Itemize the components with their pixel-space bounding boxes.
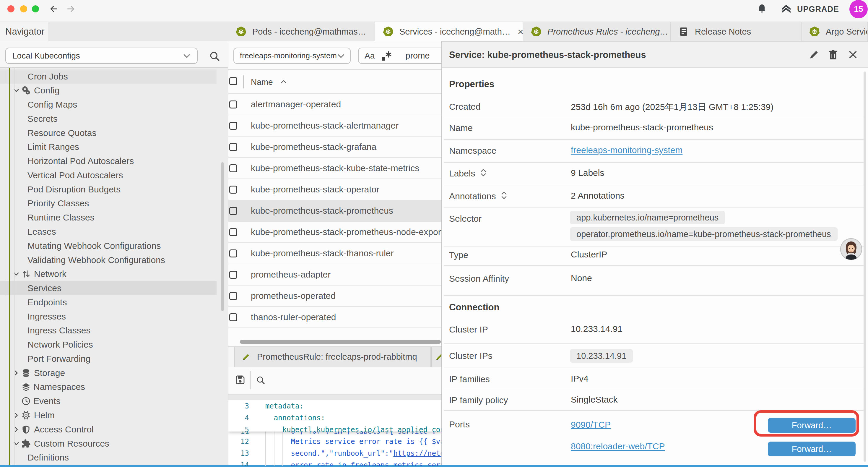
table-row[interactable]: kube-prometheus-stack-thanos-ruler <box>228 243 441 264</box>
dock-tab[interactable]: PrometheusRule: freeleaps-prod-rabbitmq <box>234 347 431 367</box>
sidebar-scrollbar[interactable] <box>221 162 224 311</box>
close-tab-icon[interactable]: × <box>518 27 523 37</box>
zoom-window-button[interactable] <box>32 5 39 12</box>
updown-arrows-icon <box>21 269 31 279</box>
forward-button[interactable]: Forward… <box>768 442 856 456</box>
notification-badge[interactable]: 15 <box>849 0 868 18</box>
property-label: Created <box>449 101 481 113</box>
delete-icon[interactable] <box>828 49 839 60</box>
sidebar-item-cron-jobs[interactable]: Cron Jobs <box>0 69 217 84</box>
sidebar-item-custom-resources[interactable]: Custom Resources <box>0 437 217 451</box>
row-checkbox[interactable] <box>229 122 237 130</box>
property-label-text: Ports <box>449 419 470 430</box>
sidebar-item-definitions[interactable]: Definitions <box>0 450 217 465</box>
chevron-right-icon[interactable] <box>13 426 20 433</box>
editor-search-icon[interactable] <box>255 375 266 385</box>
minimize-window-button[interactable] <box>20 5 27 12</box>
sidebar-item-config[interactable]: Config <box>0 83 217 97</box>
close-drawer-icon[interactable] <box>847 49 859 60</box>
sidebar-item-mutating-webhook-configurations[interactable]: Mutating Webhook Configurations <box>0 239 217 253</box>
row-checkbox[interactable] <box>229 164 237 172</box>
sidebar-item-resource-quotas[interactable]: Resource Quotas <box>0 126 217 140</box>
sidebar-item-endpoints[interactable]: Endpoints <box>0 295 217 310</box>
select-all-checkbox[interactable] <box>229 77 237 85</box>
sidebar-item-horizontal-pod-autoscalers[interactable]: Horizontal Pod Autoscalers <box>0 154 217 168</box>
name-column-header[interactable]: Name <box>251 70 273 94</box>
sidebar-item-pod-disruption-budgets[interactable]: Pod Disruption Budgets <box>0 182 217 197</box>
sidebar-item-events[interactable]: Events <box>0 394 217 408</box>
sidebar-item-validating-webhook-configurations[interactable]: Validating Webhook Configurations <box>0 253 217 267</box>
sidebar-item-storage[interactable]: Storage <box>0 366 217 380</box>
chevron-right-icon[interactable] <box>13 412 20 419</box>
table-row[interactable]: kube-prometheus-stack-alertmanager <box>228 115 441 137</box>
match-case-toggle[interactable]: Aa <box>365 51 375 61</box>
cluster-select[interactable]: Local Kubeconfigs <box>5 48 198 64</box>
table-row[interactable]: kube-prometheus-stack-kube-state-metrics <box>228 158 441 179</box>
tab-prometheus[interactable]: Prometheus Rules - icecheng… <box>523 22 671 41</box>
sidebar-item-services[interactable]: Services <box>0 281 217 295</box>
row-checkbox[interactable] <box>229 185 237 194</box>
port-link[interactable]: 8080:reloader-web/TCP <box>571 441 665 451</box>
close-window-button[interactable] <box>7 5 14 12</box>
table-row[interactable]: prometheus-adapter <box>228 264 441 286</box>
chevron-down-icon[interactable] <box>13 440 20 447</box>
sidebar-item-ingress-classes[interactable]: Ingress Classes <box>0 323 217 338</box>
row-checkbox[interactable] <box>229 271 237 279</box>
sidebar-item-ingresses[interactable]: Ingresses <box>0 310 217 324</box>
sidebar-item-vertical-pod-autoscalers[interactable]: Vertical Pod Autoscalers <box>0 168 217 182</box>
table-row[interactable]: kube-prometheus-stack-prometheus <box>228 200 441 222</box>
namespace-link[interactable]: freeleaps-monitoring-system <box>571 145 682 155</box>
sidebar-item-network[interactable]: Network <box>0 267 217 281</box>
sidebar-item-access-control[interactable]: Access Control <box>0 422 217 437</box>
sidebar-item-leases[interactable]: Leases <box>0 225 217 239</box>
forward-button[interactable] <box>66 4 75 13</box>
chevron-down-icon[interactable] <box>13 270 20 278</box>
back-button[interactable] <box>49 4 59 13</box>
sidebar-item-secrets[interactable]: Secrets <box>0 112 217 126</box>
code-link[interactable]: https://netdata <box>393 449 441 458</box>
save-icon[interactable] <box>235 375 246 385</box>
row-checkbox[interactable] <box>229 250 237 258</box>
sidebar-item-port-forwarding[interactable]: Port Forwarding <box>0 352 217 366</box>
tab-argo[interactable]: Argo Services <box>802 22 868 41</box>
row-checkbox[interactable] <box>229 100 237 109</box>
tab-services[interactable]: Services - icecheng@math…× <box>375 22 523 41</box>
table-row[interactable]: thanos-ruler-operated <box>228 307 441 328</box>
sidebar-item-network-policies[interactable]: Network Policies <box>0 338 217 352</box>
drawer-scrollbar[interactable] <box>864 71 866 462</box>
row-checkbox[interactable] <box>229 313 237 321</box>
search-input[interactable]: prome <box>405 51 430 61</box>
sidebar-item-config-maps[interactable]: Config Maps <box>0 97 217 112</box>
yaml-editor[interactable]: 110","for":"1m","labels":{"service":"fre… <box>228 400 441 466</box>
upgrade-button[interactable]: UPGRADE <box>780 2 839 16</box>
sort-updown-icon[interactable] <box>480 168 487 179</box>
sidebar-item-helm[interactable]: Helm <box>0 408 217 422</box>
chevron-down-icon[interactable] <box>13 87 20 94</box>
table-row[interactable]: kube-prometheus-stack-grafana <box>228 137 441 158</box>
row-checkbox[interactable] <box>229 207 237 215</box>
tab-release[interactable]: Release Notes <box>671 22 802 41</box>
regex-toggle[interactable] <box>381 50 392 61</box>
table-row[interactable]: kube-prometheus-stack-operator <box>228 179 441 200</box>
table-row[interactable]: prometheus-operated <box>228 286 441 307</box>
table-row[interactable]: alertmanager-operated <box>228 94 441 115</box>
sidebar-item-limit-ranges[interactable]: Limit Ranges <box>0 140 217 154</box>
chevron-right-icon[interactable] <box>13 370 20 377</box>
sidebar-search-icon[interactable] <box>209 50 220 62</box>
namespace-select[interactable]: freeleaps-monitoring-system <box>234 48 351 64</box>
table-row[interactable]: kube-prometheus-stack-prometheus-node-ex… <box>228 222 441 243</box>
row-checkbox[interactable] <box>229 292 237 300</box>
sidebar-item-namespaces[interactable]: Namespaces <box>0 380 217 394</box>
row-checkbox[interactable] <box>229 228 237 236</box>
sidebar-item-runtime-classes[interactable]: Runtime Classes <box>0 210 217 225</box>
tab-pods[interactable]: Pods - icecheng@mathmas… <box>228 22 375 41</box>
avatar[interactable] <box>840 238 862 260</box>
notifications-bell-icon[interactable] <box>756 3 767 14</box>
port-link[interactable]: 9090/TCP <box>571 420 611 430</box>
edit-icon[interactable] <box>808 49 819 60</box>
row-checkbox[interactable] <box>229 143 237 151</box>
table-horizontal-scrollbar[interactable] <box>240 340 441 344</box>
sort-updown-icon[interactable] <box>500 191 507 202</box>
header-divider <box>243 76 244 88</box>
sidebar-item-priority-classes[interactable]: Priority Classes <box>0 196 217 210</box>
